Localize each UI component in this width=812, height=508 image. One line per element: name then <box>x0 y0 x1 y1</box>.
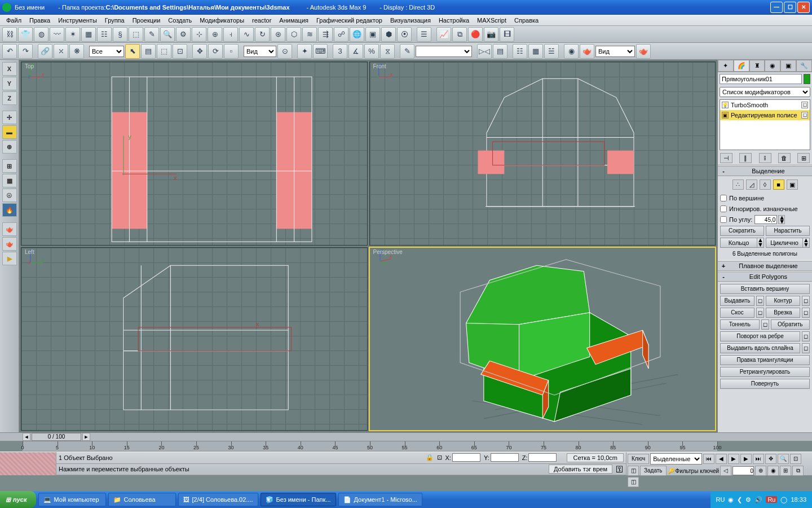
quick-render-icon[interactable]: 🎞 <box>500 27 514 42</box>
manipulate-icon[interactable]: ✦ <box>297 44 312 59</box>
teapot-util-icon[interactable]: 🫖 <box>2 222 17 236</box>
insert-vertex-button[interactable]: Вставить вершину <box>720 284 810 294</box>
show-result-icon[interactable]: ∥ <box>739 153 752 163</box>
link-icon[interactable]: 🔗 <box>38 44 52 59</box>
tab-modify-icon[interactable]: 🌈 <box>734 60 749 72</box>
subobj-polygon-icon[interactable]: ■ <box>773 179 784 190</box>
next-frame-icon[interactable]: ▶ <box>740 454 752 464</box>
reactor-plane-icon[interactable]: ⬚ <box>129 27 143 42</box>
tab-create-icon[interactable]: ✦ <box>718 60 734 72</box>
start-button[interactable]: ⊞пуск <box>0 491 36 508</box>
constraint-y-button[interactable]: Y <box>2 77 17 90</box>
time-slider-thumb[interactable]: 0 / 100 <box>32 433 81 441</box>
mirror-icon[interactable]: ▷◁ <box>477 44 492 59</box>
unlink-icon[interactable]: ⤫ <box>54 44 68 59</box>
time-slider[interactable]: ◄ 0 / 100 ► <box>0 432 812 441</box>
goto-start-icon[interactable]: ⏮ <box>703 454 714 464</box>
reactor-sphere-icon[interactable]: ◍ <box>34 27 48 42</box>
reactor-star-icon[interactable]: ✶ <box>65 27 80 42</box>
menu-animation[interactable]: Анимация <box>275 16 312 25</box>
reactor-toy-icon[interactable]: ⊛ <box>271 27 285 42</box>
undo-icon[interactable]: ↶ <box>2 44 17 59</box>
menu-group[interactable]: Группа <box>101 16 129 25</box>
window-close-button[interactable]: ✕ <box>797 2 810 13</box>
render-icon[interactable]: 🫖 <box>636 44 651 59</box>
reactor-search-icon[interactable]: 🔍 <box>160 27 175 42</box>
object-color-swatch[interactable] <box>804 74 810 84</box>
select-region-rect-icon[interactable]: ⬚ <box>157 44 171 59</box>
configure-sets-icon[interactable]: ⊞ <box>797 153 810 163</box>
viewport-left[interactable]: Left x yzx <box>21 247 368 431</box>
constraint-grid-icon[interactable]: ▬ <box>2 125 17 139</box>
auto-key-button[interactable]: Ключ <box>628 454 649 464</box>
ignore-backfacing-checkbox[interactable]: Игнориров. изнаночные <box>720 204 810 213</box>
select-object-icon[interactable]: ⬉ <box>125 44 140 59</box>
modifier-list-dropdown[interactable]: Список модификаторов <box>720 87 810 97</box>
menu-rendering[interactable]: Визуализация <box>386 16 435 25</box>
reactor-water-icon[interactable]: ≋ <box>302 27 317 42</box>
nav-region-icon[interactable]: ⧉ <box>792 466 804 476</box>
menu-grapheditor[interactable]: Графический редактор <box>312 16 386 25</box>
select-by-name-icon[interactable]: ▤ <box>141 44 156 59</box>
play-icon[interactable]: ▶ <box>728 454 739 464</box>
angle-snap-icon[interactable]: ∡ <box>348 44 363 59</box>
key-filters-icon[interactable]: 🔑 <box>668 468 674 474</box>
reactor-wand-icon[interactable]: ✎ <box>144 27 159 42</box>
reactor-chain-icon[interactable]: ⛓ <box>2 27 17 42</box>
constraint-x-button[interactable]: X <box>2 62 17 76</box>
reactor-analyze-icon[interactable]: ☍ <box>334 27 348 42</box>
keyboard-shortcut-icon[interactable]: ⌨ <box>313 44 328 59</box>
constraint-center-icon[interactable]: ⊕ <box>2 140 17 154</box>
stack-editable-poly[interactable]: Редактируемая полисе <box>731 112 797 119</box>
inset-settings-button[interactable]: ◻ <box>802 308 810 318</box>
use-center-icon[interactable]: ⊙ <box>277 44 292 59</box>
inset-button[interactable]: Врезка <box>766 308 800 318</box>
turn-button[interactable]: Повернуть <box>720 379 810 389</box>
taskbar-task[interactable]: 💻Мой компьютер <box>38 493 106 506</box>
nav-maximize-icon[interactable]: ⊞ <box>780 466 791 476</box>
taskbar-task[interactable]: 🧊Без имени - Папк... <box>261 493 336 506</box>
tab-motion-icon[interactable]: ◉ <box>765 60 780 72</box>
reactor-create-icon[interactable]: ⬢ <box>381 27 396 42</box>
reactor-spring-icon[interactable]: § <box>113 27 127 42</box>
tray-lang2-label[interactable]: Ru <box>766 496 777 503</box>
constraint-xy-icon[interactable]: ✢ <box>2 111 17 124</box>
scale-icon[interactable]: ▫ <box>224 44 239 59</box>
taskbar-task[interactable]: 📁Соловьева <box>108 493 176 506</box>
reactor-hinge-icon[interactable]: ⊹ <box>192 27 206 42</box>
reference-coord-dropdown[interactable]: Вид <box>244 46 276 57</box>
named-sel-edit-icon[interactable]: ✎ <box>400 44 414 59</box>
align-icon[interactable]: ▤ <box>493 44 508 59</box>
bevel-button[interactable]: Скос <box>720 308 754 318</box>
time-config-icon[interactable]: ⊕ <box>755 466 766 476</box>
spinner-snap-icon[interactable]: ⧖ <box>380 44 395 59</box>
window-minimize-button[interactable]: — <box>770 2 783 13</box>
render-scene-icon[interactable]: 📷 <box>484 27 498 42</box>
schematic-view-icon[interactable]: ⧉ <box>452 27 467 42</box>
reactor-preview-icon[interactable]: ▣ <box>365 27 380 42</box>
menu-reactor[interactable]: reactor <box>248 16 275 25</box>
extrude-spline-button[interactable]: Выдавить вдоль сплайна <box>720 343 800 353</box>
add-time-tag-button[interactable]: Добавить тэг врем <box>549 465 612 474</box>
system-tray[interactable]: RU ◉ ❮ ⚙ 🔊 Ru ◯ 18:33 <box>710 491 812 508</box>
expand-icon[interactable]: ▣ <box>722 112 729 119</box>
remove-mod-icon[interactable]: 🗑 <box>778 153 791 163</box>
viewport-perspective[interactable]: Perspective <box>369 247 716 431</box>
tray-clock[interactable]: 18:33 <box>791 496 806 503</box>
menu-create[interactable]: Создать <box>164 16 196 25</box>
viewport-top[interactable]: Top y x xyz <box>21 62 368 246</box>
menu-maxscript[interactable]: MAXScript <box>473 16 510 25</box>
menu-help[interactable]: Справка <box>510 16 542 25</box>
grow-button[interactable]: Нарастить <box>766 226 810 236</box>
snapshot-icon[interactable]: ▦ <box>2 174 17 187</box>
open-layer-icon[interactable]: ▦ <box>528 44 543 59</box>
coord-x-input[interactable] <box>452 453 480 462</box>
stack-turbosmooth[interactable]: TurboSmooth <box>731 102 768 108</box>
tab-display-icon[interactable]: ▣ <box>780 60 796 72</box>
move-icon[interactable]: ✥ <box>192 44 207 59</box>
tray-lang-label[interactable]: RU <box>716 496 725 503</box>
angle-spinner[interactable]: ▲▼ <box>778 215 785 224</box>
taskbar-task[interactable]: 📄Документ1 - Microso... <box>338 493 422 506</box>
bevel-settings-button[interactable]: ◻ <box>756 308 764 318</box>
redo-icon[interactable]: ↷ <box>18 44 33 59</box>
